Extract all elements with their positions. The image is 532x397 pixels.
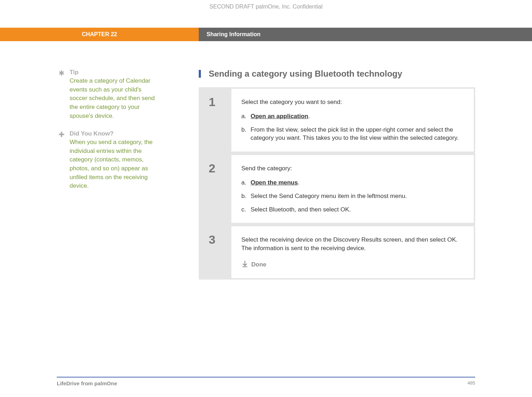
sub-letter: a.	[241, 112, 251, 121]
chapter-title: Sharing Information	[199, 28, 532, 41]
chapter-bar: CHAPTER 22 Sharing Information	[0, 28, 532, 41]
sub-letter: b.	[241, 126, 251, 143]
open-application-link[interactable]: Open an application	[251, 113, 308, 120]
sub-text: Select the Send Category menu item in th…	[251, 192, 464, 200]
step-sub-item: a. Open the menus.	[241, 178, 464, 187]
main-content: ✱ Tip Create a category of Calendar even…	[0, 41, 532, 280]
step-number: 2	[200, 155, 231, 223]
section-marker-icon	[199, 70, 201, 78]
sub-letter: b.	[241, 192, 251, 200]
done-label: Done	[251, 260, 267, 269]
sub-text: Open an application.	[251, 112, 464, 121]
content-column: Sending a category using Bluetooth techn…	[199, 69, 532, 280]
section-heading: Sending a category using Bluetooth techn…	[209, 69, 402, 79]
step-sub-item: c. Select Bluetooth, and then select OK.	[241, 205, 464, 214]
after-link: .	[298, 179, 300, 186]
step-intro: Select the category you want to send:	[241, 98, 464, 106]
open-menus-link[interactable]: Open the menus	[251, 179, 298, 186]
plus-icon: ✚	[57, 131, 66, 138]
step-sub-item: b. Select the Send Category menu item in…	[241, 192, 464, 200]
steps-container: 1 Select the category you want to send: …	[199, 87, 475, 280]
sub-text: Open the menus.	[251, 178, 464, 187]
sub-text: Select Bluetooth, and then select OK.	[251, 205, 464, 214]
dyk-heading: Did You Know?	[70, 130, 160, 137]
dyk-text: When you send a category, the individual…	[70, 138, 160, 191]
sub-letter: c.	[241, 205, 251, 214]
chapter-number: CHAPTER 22	[0, 28, 199, 41]
step-sub-item: a. Open an application.	[241, 112, 464, 121]
step-1: 1 Select the category you want to send: …	[200, 89, 474, 151]
step-body: Select the category you want to send: a.…	[231, 89, 474, 151]
step-sub-item: b. From the list view, select the pick l…	[241, 126, 464, 143]
tip-block: ✱ Tip Create a category of Calendar even…	[57, 69, 160, 120]
step-body: Send the category: a. Open the menus. b.…	[231, 155, 474, 223]
page-footer: LifeDrive from palmOne 485	[57, 377, 475, 386]
after-link: .	[308, 113, 310, 120]
asterisk-icon: ✱	[57, 70, 66, 77]
section-heading-row: Sending a category using Bluetooth techn…	[199, 69, 475, 79]
step-number: 3	[200, 226, 231, 278]
step-intro: Send the category:	[241, 164, 464, 173]
sub-letter: a.	[241, 178, 251, 187]
draft-header: SECOND DRAFT palmOne, Inc. Confidential	[0, 0, 532, 28]
step-number: 1	[200, 89, 231, 151]
done-row: Done	[241, 260, 464, 269]
arrow-down-icon	[241, 260, 248, 269]
tip-heading: Tip	[70, 69, 160, 76]
step-intro: Select the receiving device on the Disco…	[241, 236, 464, 253]
step-2: 2 Send the category: a. Open the menus. …	[200, 155, 474, 223]
step-3: 3 Select the receiving device on the Dis…	[200, 226, 474, 278]
footer-product: LifeDrive from palmOne	[57, 380, 117, 386]
did-you-know-block: ✚ Did You Know? When you send a category…	[57, 130, 160, 191]
sidebar: ✱ Tip Create a category of Calendar even…	[0, 69, 199, 280]
footer-page-number: 485	[467, 380, 475, 386]
step-body: Select the receiving device on the Disco…	[231, 226, 474, 278]
tip-text: Create a category of Calendar events suc…	[70, 77, 160, 120]
sub-text: From the list view, select the pick list…	[251, 126, 464, 143]
